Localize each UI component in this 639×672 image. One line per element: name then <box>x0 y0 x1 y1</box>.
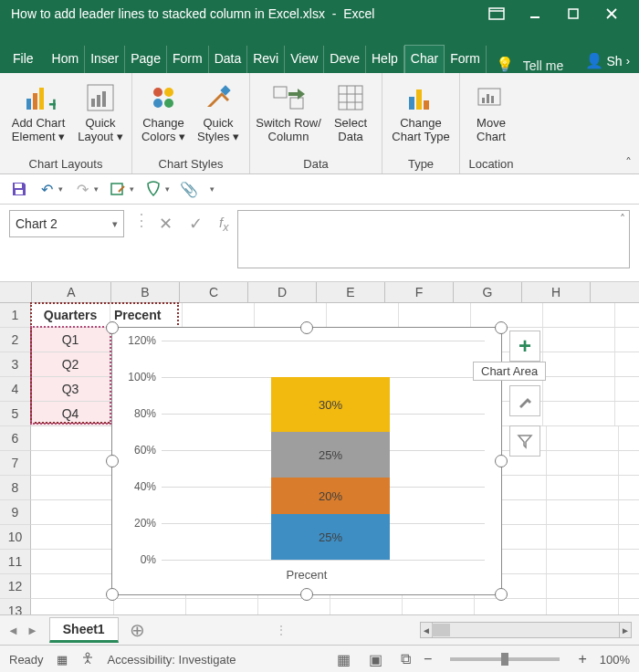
tab-page[interactable]: Page <box>125 46 167 73</box>
cell-E13[interactable] <box>330 599 403 614</box>
qat-btn-5-dropdown-icon[interactable]: ▾ <box>165 184 170 194</box>
col-header-E[interactable]: E <box>317 282 385 302</box>
cell-C1[interactable] <box>183 303 255 327</box>
cell-A13[interactable] <box>31 599 114 614</box>
cell-H10[interactable] <box>547 525 619 549</box>
col-header-G[interactable]: G <box>454 282 522 302</box>
tab-chart-design[interactable]: Char <box>404 45 445 73</box>
col-header-H[interactable]: H <box>522 282 591 302</box>
undo-dropdown-icon[interactable]: ▾ <box>58 184 63 194</box>
handle-e[interactable] <box>495 455 508 467</box>
view-page-break-icon[interactable]: ⧉ <box>401 651 411 668</box>
hscroll-right-icon[interactable]: ► <box>619 623 631 637</box>
name-box-dropdown-icon[interactable]: ▾ <box>112 218 118 230</box>
zoom-slider[interactable] <box>450 657 560 661</box>
undo-button[interactable]: ↶ <box>35 178 58 200</box>
zoom-in-button[interactable]: + <box>578 651 586 667</box>
chart-object[interactable]: 0%20%40%60%80%100%120%25%20%25%30% Prece… <box>111 327 502 595</box>
chart-elements-button[interactable]: + <box>509 331 540 362</box>
handle-nw[interactable] <box>106 321 119 334</box>
share-person-icon[interactable]: 👤 <box>585 52 603 69</box>
cell-H5[interactable] <box>543 402 615 425</box>
tabs-overflow-icon[interactable]: › <box>626 54 635 68</box>
sheet-dots-icon[interactable]: ⋮ <box>275 623 288 637</box>
handle-se[interactable] <box>495 588 508 601</box>
cell-G13[interactable] <box>475 599 547 614</box>
row-header-6[interactable]: 6 <box>0 426 31 451</box>
tellme-input[interactable]: Tell me <box>514 58 563 73</box>
formula-bar[interactable]: ˄ <box>237 210 630 268</box>
cell-H3[interactable] <box>543 352 615 376</box>
close-button[interactable] <box>599 5 624 23</box>
spreadsheet-grid[interactable]: A B C D E F G H 12345678910111213 Quarte… <box>0 282 639 614</box>
handle-sw[interactable] <box>106 588 119 601</box>
tab-developer[interactable]: Deve <box>324 46 366 73</box>
select-all-corner[interactable] <box>0 282 32 302</box>
cell-F1[interactable] <box>399 303 471 327</box>
plot-area[interactable]: 0%20%40%60%80%100%120%25%20%25%30% <box>162 341 485 560</box>
handle-s[interactable] <box>300 588 313 601</box>
change-colors-button[interactable]: Change Colors ▾ <box>138 77 189 144</box>
tab-view[interactable]: View <box>285 46 324 73</box>
chart-xaxis-title[interactable]: Precent <box>118 568 496 582</box>
cell-H13[interactable] <box>547 599 619 614</box>
cell-G1[interactable] <box>471 303 543 327</box>
stacked-bar[interactable]: 25%20%25%30% <box>271 341 390 560</box>
quick-layout-button[interactable]: Quick Layout ▾ <box>75 77 126 144</box>
handle-n[interactable] <box>300 321 313 334</box>
zoom-out-button[interactable]: − <box>424 651 432 667</box>
tab-review[interactable]: Revi <box>247 46 285 73</box>
change-chart-type-button[interactable]: Change Chart Type <box>388 77 454 144</box>
qat-btn-4-dropdown-icon[interactable]: ▾ <box>130 184 134 194</box>
cell-A2[interactable]: Q1 <box>31 328 110 352</box>
qat-attach-button[interactable]: 📎 <box>177 178 201 200</box>
chart-filter-button[interactable] <box>509 425 540 457</box>
cell-B1[interactable]: Precent <box>110 303 183 327</box>
cell-A5[interactable]: Q4 <box>31 402 110 425</box>
row-header-11[interactable]: 11 <box>0 550 31 574</box>
cell-A7[interactable] <box>31 451 114 475</box>
formula-expand-icon[interactable]: ˄ <box>620 213 625 226</box>
row-header-1[interactable]: 1 <box>0 303 31 328</box>
switch-row-column-button[interactable]: Switch Row/ Column <box>256 77 321 144</box>
row-header-8[interactable]: 8 <box>0 476 31 500</box>
cell-H1[interactable] <box>543 303 615 327</box>
tab-home[interactable]: Hom <box>47 46 86 73</box>
row-header-5[interactable]: 5 <box>0 402 31 426</box>
cell-A3[interactable]: Q2 <box>31 352 110 376</box>
share-button[interactable]: Sh <box>607 54 623 68</box>
row-header-3[interactable]: 3 <box>0 352 31 377</box>
cell-D13[interactable] <box>258 599 330 614</box>
cell-H4[interactable] <box>543 377 615 401</box>
quick-styles-button[interactable]: Quick Styles ▾ <box>193 77 244 144</box>
segment-Q2[interactable]: 20% <box>271 478 390 514</box>
zoom-knob[interactable] <box>501 653 508 666</box>
sheet-nav-next-icon[interactable]: ► <box>26 624 38 637</box>
cell-H6[interactable] <box>547 426 619 450</box>
redo-button[interactable]: ↷ <box>70 178 94 200</box>
sheet-nav-prev-icon[interactable]: ◄ <box>7 624 19 637</box>
chart-styles-button[interactable] <box>509 385 540 416</box>
tab-chart-format[interactable]: Form <box>445 46 487 73</box>
tab-formulas[interactable]: Form <box>167 46 209 73</box>
tab-insert[interactable]: Inser <box>85 46 125 73</box>
row-header-9[interactable]: 9 <box>0 500 31 525</box>
cell-E1[interactable] <box>327 303 399 327</box>
row-header-13[interactable]: 13 <box>0 599 31 614</box>
cell-A12[interactable] <box>31 574 114 598</box>
row-header-2[interactable]: 2 <box>0 328 31 352</box>
row-header-12[interactable]: 12 <box>0 574 31 599</box>
maximize-button[interactable] <box>560 5 586 23</box>
cell-H11[interactable] <box>547 550 619 573</box>
formula-accept-icon[interactable]: ✓ <box>189 214 203 234</box>
qat-btn-5[interactable] <box>141 178 165 200</box>
horizontal-scrollbar[interactable]: ◄ ► <box>420 622 632 638</box>
zoom-level[interactable]: 100% <box>600 653 630 667</box>
formula-cancel-icon[interactable]: ✕ <box>159 214 173 234</box>
fx-icon[interactable]: fx <box>219 215 228 234</box>
row-header-10[interactable]: 10 <box>0 525 31 550</box>
row-header-4[interactable]: 4 <box>0 377 31 402</box>
move-chart-button[interactable]: Move Chart <box>466 77 517 144</box>
status-accessibility[interactable]: Accessibility: Investigate <box>108 653 236 667</box>
cell-H2[interactable] <box>543 328 615 352</box>
